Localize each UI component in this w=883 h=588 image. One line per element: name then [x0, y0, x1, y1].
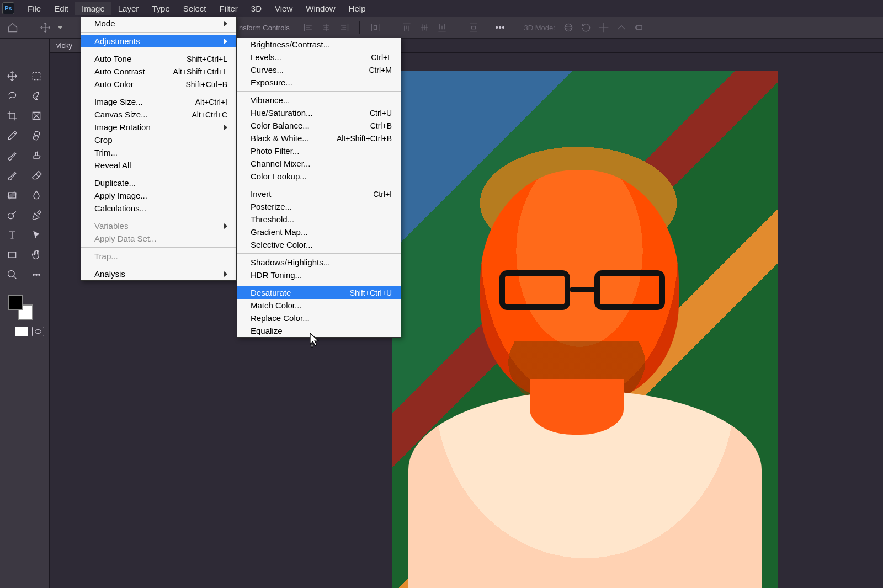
adjust-menu-vibrance-[interactable]: Vibrance... — [237, 94, 401, 106]
menu-3d[interactable]: 3D — [244, 2, 268, 15]
image-menu-canvas-size-[interactable]: Canvas Size...Alt+Ctrl+C — [81, 108, 236, 121]
hand-tool-icon[interactable] — [24, 245, 49, 265]
image-menu-auto-contrast[interactable]: Auto ContrastAlt+Shift+Ctrl+L — [81, 65, 236, 78]
lasso-tool-icon[interactable] — [0, 86, 24, 106]
image-menu-image-size-[interactable]: Image Size...Alt+Ctrl+I — [81, 95, 236, 108]
document-tab[interactable]: vicky — [50, 39, 83, 52]
adjust-menu-levels-[interactable]: Levels...Ctrl+L — [237, 51, 401, 63]
quick-select-tool-icon[interactable] — [24, 86, 49, 106]
adjust-menu-hdr-toning-[interactable]: HDR Toning... — [237, 269, 401, 281]
shortcut-label: Ctrl+L — [362, 53, 392, 62]
shortcut-label: Shift+Ctrl+B — [177, 80, 227, 89]
history-brush-tool-icon[interactable] — [0, 165, 24, 185]
menu-help[interactable]: Help — [342, 2, 373, 15]
adjust-menu-photo-filter-[interactable]: Photo Filter... — [237, 145, 401, 157]
image-menu-trim-[interactable]: Trim... — [81, 146, 236, 159]
adjust-menu-threshold-[interactable]: Threshold... — [237, 213, 401, 226]
adjust-menu-gradient-map-[interactable]: Gradient Map... — [237, 226, 401, 238]
clone-stamp-tool-icon[interactable] — [24, 146, 49, 165]
color-swatches[interactable] — [8, 295, 33, 320]
image-menu-analysis[interactable]: Analysis — [81, 268, 236, 280]
image-menu-apply-image-[interactable]: Apply Image... — [81, 189, 236, 202]
marquee-tool-icon[interactable] — [24, 66, 49, 86]
3d-scale-icon[interactable] — [634, 22, 645, 33]
align-center-h-icon[interactable] — [321, 22, 332, 33]
more-tools-icon[interactable] — [24, 265, 49, 285]
image-menu-image-rotation[interactable]: Image Rotation — [81, 121, 236, 133]
transform-controls-label: nsform Controls — [239, 24, 290, 32]
menu-view[interactable]: View — [268, 2, 299, 15]
menu-window[interactable]: Window — [299, 2, 342, 15]
menu-edit[interactable]: Edit — [47, 2, 75, 15]
menu-layer[interactable]: Layer — [111, 2, 146, 15]
adjust-menu-black--white-[interactable]: Black & White...Alt+Shift+Ctrl+B — [237, 132, 401, 145]
healing-brush-tool-icon[interactable] — [24, 126, 49, 146]
dodge-tool-icon[interactable] — [0, 205, 24, 225]
3d-pan-icon[interactable] — [598, 22, 609, 33]
move-tool-icon[interactable] — [0, 66, 24, 86]
adjust-menu-curves-[interactable]: Curves...Ctrl+M — [237, 63, 401, 76]
distribute-v-icon[interactable] — [468, 22, 479, 33]
zoom-tool-icon[interactable] — [0, 265, 24, 285]
adjust-menu-shadowshighlights-[interactable]: Shadows/Highlights... — [237, 256, 401, 269]
image-menu-duplicate-[interactable]: Duplicate... — [81, 177, 236, 189]
adjust-menu-invert[interactable]: InvertCtrl+I — [237, 188, 401, 200]
crop-tool-icon[interactable] — [0, 106, 24, 126]
align-left-icon[interactable] — [303, 22, 314, 33]
adjust-menu-huesaturation-[interactable]: Hue/Saturation...Ctrl+U — [237, 106, 401, 119]
path-select-tool-icon[interactable] — [24, 225, 49, 245]
eyedropper-tool-icon[interactable] — [0, 126, 24, 146]
adjust-menu-channel-mixer-[interactable]: Channel Mixer... — [237, 157, 401, 170]
pen-tool-icon[interactable] — [24, 205, 49, 225]
image-menu-auto-color[interactable]: Auto ColorShift+Ctrl+B — [81, 78, 236, 90]
3d-orbit-icon[interactable] — [563, 22, 574, 33]
align-center-v-icon[interactable] — [419, 22, 430, 33]
align-bottom-icon[interactable] — [437, 22, 448, 33]
image-menu-calculations-[interactable]: Calculations... — [81, 202, 236, 215]
frame-tool-icon[interactable] — [24, 106, 49, 126]
menu-file[interactable]: File — [21, 2, 47, 15]
adjust-menu-equalize[interactable]: Equalize — [237, 324, 401, 337]
3d-mode-label: 3D Mode: — [524, 24, 555, 32]
blur-tool-icon[interactable] — [24, 185, 49, 205]
brush-tool-icon[interactable] — [0, 146, 24, 165]
adjust-menu-exposure-[interactable]: Exposure... — [237, 76, 401, 89]
foreground-color[interactable] — [8, 295, 23, 310]
move-tool-icon[interactable] — [38, 20, 52, 35]
adjust-menu-match-color-[interactable]: Match Color... — [237, 299, 401, 312]
type-tool-icon[interactable] — [0, 225, 24, 245]
menu-type[interactable]: Type — [145, 2, 177, 15]
3d-slide-icon[interactable] — [616, 22, 627, 33]
align-top-icon[interactable] — [401, 22, 412, 33]
adjust-menu-desaturate[interactable]: DesaturateShift+Ctrl+U — [237, 286, 401, 299]
menu-image[interactable]: Image — [75, 2, 111, 15]
adjust-menu-replace-color-[interactable]: Replace Color... — [237, 312, 401, 324]
adjust-menu-posterize-[interactable]: Posterize... — [237, 200, 401, 213]
menu-item-label: Auto Tone — [94, 54, 131, 63]
image-menu-crop[interactable]: Crop — [81, 133, 236, 146]
image-menu-auto-tone[interactable]: Auto ToneShift+Ctrl+L — [81, 52, 236, 65]
menu-select[interactable]: Select — [177, 2, 213, 15]
align-right-icon[interactable] — [338, 22, 349, 33]
adjust-menu-color-balance-[interactable]: Color Balance...Ctrl+B — [237, 119, 401, 132]
adjust-menu-selective-color-[interactable]: Selective Color... — [237, 238, 401, 251]
3d-roll-icon[interactable] — [581, 22, 592, 33]
image-menu-adjustments[interactable]: Adjustments — [81, 35, 236, 47]
more-icon[interactable]: ••• — [496, 23, 506, 32]
shortcut-label: Alt+Shift+Ctrl+L — [164, 67, 227, 76]
image-menu-reveal-all[interactable]: Reveal All — [81, 159, 236, 172]
screen-mode-icon[interactable] — [32, 327, 44, 336]
rectangle-tool-icon[interactable] — [0, 245, 24, 265]
quick-mask-icon[interactable] — [15, 327, 28, 336]
image-menu-mode[interactable]: Mode — [81, 17, 236, 30]
menu-item-label: Invert — [251, 189, 272, 199]
gradient-tool-icon[interactable] — [0, 185, 24, 205]
adjust-menu-brightnesscontrast-[interactable]: Brightness/Contrast... — [237, 38, 401, 51]
eraser-tool-icon[interactable] — [24, 165, 49, 185]
distribute-h-icon[interactable] — [370, 22, 381, 33]
menu-filter[interactable]: Filter — [213, 2, 244, 15]
chevron-down-icon[interactable] — [58, 26, 62, 29]
home-icon[interactable] — [6, 20, 20, 35]
adjust-menu-color-lookup-[interactable]: Color Lookup... — [237, 170, 401, 183]
menu-item-label: Calculations... — [94, 204, 146, 213]
